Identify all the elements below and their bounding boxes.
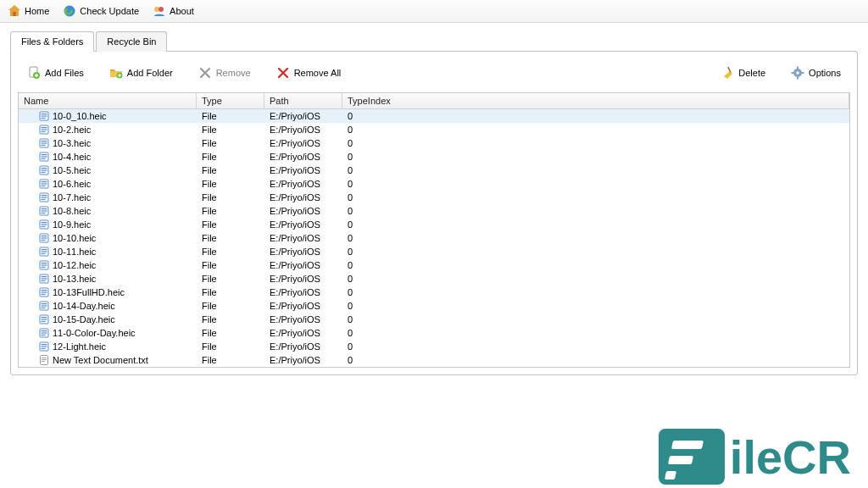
svg-rect-23: [42, 142, 47, 143]
cell-typeindex: 0: [342, 111, 849, 121]
tab-label: Recycle Bin: [107, 36, 156, 47]
table-row[interactable]: 10-9.heicFileE:/Priyo/iOS0: [19, 218, 849, 231]
cell-typeindex: 0: [342, 355, 849, 365]
file-grid: Name Type Path TypeIndex 10-0_10.heicFil…: [18, 92, 850, 368]
table-row[interactable]: 10-7.heicFileE:/Priyo/iOS0: [19, 191, 849, 204]
add-files-button[interactable]: Add Files: [19, 62, 92, 84]
cell-name: 10-13FullHD.heic: [53, 287, 125, 297]
table-row[interactable]: 10-13.heicFileE:/Priyo/iOS0: [19, 272, 849, 286]
cell-type: File: [197, 165, 264, 175]
about-button[interactable]: About: [148, 2, 202, 21]
cell-typeindex: 0: [342, 152, 849, 162]
svg-rect-56: [42, 253, 46, 254]
table-row[interactable]: 10-15-Day.heicFileE:/Priyo/iOS0: [19, 313, 849, 326]
file-icon: [39, 206, 49, 216]
cell-typeindex: 0: [342, 274, 849, 284]
cell-name: 10-9.heic: [53, 219, 91, 230]
svg-rect-64: [42, 280, 46, 281]
cell-name: 11-0-Color-Day.heic: [53, 328, 136, 338]
home-button[interactable]: Home: [3, 2, 57, 21]
col-header-typeindex[interactable]: TypeIndex: [342, 93, 849, 108]
file-icon: [39, 125, 49, 135]
remove-button[interactable]: Remove: [191, 62, 259, 84]
cell-type: File: [197, 260, 264, 270]
svg-rect-63: [42, 278, 47, 279]
table-row[interactable]: 10-4.heicFileE:/Priyo/iOS0: [19, 150, 849, 164]
table-row[interactable]: 11-0-Color-Day.heicFileE:/Priyo/iOS0: [19, 326, 849, 340]
table-row[interactable]: 10-2.heicFileE:/Priyo/iOS0: [19, 123, 849, 136]
tab-files-folders[interactable]: Files & Folders: [10, 31, 94, 52]
table-row[interactable]: 10-13FullHD.heicFileE:/Priyo/iOS0: [19, 286, 849, 299]
table-row[interactable]: 10-8.heicFileE:/Priyo/iOS0: [19, 204, 849, 218]
svg-rect-39: [42, 197, 47, 197]
cell-typeindex: 0: [342, 138, 849, 148]
table-row[interactable]: 10-0_10.heicFileE:/Priyo/iOS0: [19, 109, 849, 123]
svg-rect-28: [42, 158, 46, 159]
cell-type: File: [197, 328, 264, 338]
svg-rect-27: [42, 156, 47, 157]
add-folder-button[interactable]: Add Folder: [102, 62, 181, 84]
col-header-path[interactable]: Path: [264, 93, 342, 108]
table-row[interactable]: 10-6.heicFileE:/Priyo/iOS0: [19, 177, 849, 191]
svg-rect-66: [42, 290, 47, 291]
cell-type: File: [197, 274, 264, 284]
svg-rect-22: [42, 141, 47, 141]
col-header-type[interactable]: Type: [197, 93, 264, 108]
cell-typeindex: 0: [342, 287, 849, 297]
svg-rect-84: [42, 348, 46, 349]
filecr-logo-text: ileCR: [730, 430, 851, 485]
table-row[interactable]: 10-10.heicFileE:/Priyo/iOS0: [19, 231, 849, 245]
table-row[interactable]: 12-Light.heicFileE:/Priyo/iOS0: [19, 340, 849, 353]
table-row[interactable]: New Text Document.txtFileE:/Priyo/iOS0: [19, 353, 849, 367]
options-button[interactable]: Options: [783, 62, 849, 84]
check-update-label: Check Update: [80, 6, 139, 16]
cell-typeindex: 0: [342, 341, 849, 352]
svg-rect-52: [42, 240, 46, 241]
cell-type: File: [197, 125, 264, 135]
svg-rect-67: [42, 291, 47, 292]
file-icon: [39, 328, 49, 338]
svg-rect-18: [42, 127, 47, 128]
cell-path: E:/Priyo/iOS: [264, 274, 342, 284]
file-icon: [39, 233, 49, 243]
cell-typeindex: 0: [342, 125, 849, 135]
cell-name: 10-2.heic: [53, 125, 91, 135]
col-header-name[interactable]: Name: [19, 93, 197, 108]
svg-rect-35: [42, 183, 47, 184]
cell-path: E:/Priyo/iOS: [264, 165, 342, 175]
svg-rect-51: [42, 237, 47, 238]
cell-typeindex: 0: [342, 247, 849, 257]
globe-icon: [63, 4, 76, 18]
svg-rect-75: [42, 319, 47, 319]
svg-rect-87: [42, 359, 47, 360]
svg-point-3: [159, 7, 164, 12]
table-row[interactable]: 10-3.heicFileE:/Priyo/iOS0: [19, 136, 849, 150]
cell-typeindex: 0: [342, 165, 849, 175]
svg-rect-76: [42, 321, 46, 322]
remove-all-button[interactable]: Remove All: [269, 62, 349, 84]
table-row[interactable]: 10-11.heicFileE:/Priyo/iOS0: [19, 245, 849, 258]
check-update-button[interactable]: Check Update: [58, 2, 147, 21]
file-icon: [39, 138, 49, 148]
filecr-watermark: ileCR: [659, 429, 851, 485]
table-row[interactable]: 10-5.heicFileE:/Priyo/iOS0: [19, 164, 849, 177]
svg-rect-11: [792, 72, 794, 74]
svg-rect-26: [42, 154, 47, 155]
tab-recycle-bin[interactable]: Recycle Bin: [96, 31, 167, 52]
file-icon: [39, 192, 49, 202]
cell-path: E:/Priyo/iOS: [264, 355, 342, 365]
svg-rect-42: [42, 208, 47, 209]
cell-path: E:/Priyo/iOS: [264, 206, 342, 216]
file-icon: [39, 287, 49, 297]
add-folder-icon: [109, 66, 123, 80]
table-row[interactable]: 10-14-Day.heicFileE:/Priyo/iOS0: [19, 299, 849, 313]
file-icon: [39, 260, 49, 270]
table-row[interactable]: 10-12.heicFileE:/Priyo/iOS0: [19, 258, 849, 272]
cell-path: E:/Priyo/iOS: [264, 192, 342, 202]
tab-label: Files & Folders: [21, 36, 83, 47]
svg-rect-16: [42, 118, 46, 119]
cell-path: E:/Priyo/iOS: [264, 314, 342, 324]
cell-name: New Text Document.txt: [53, 355, 148, 365]
add-file-icon: [27, 66, 41, 80]
delete-button[interactable]: Delete: [713, 62, 773, 84]
